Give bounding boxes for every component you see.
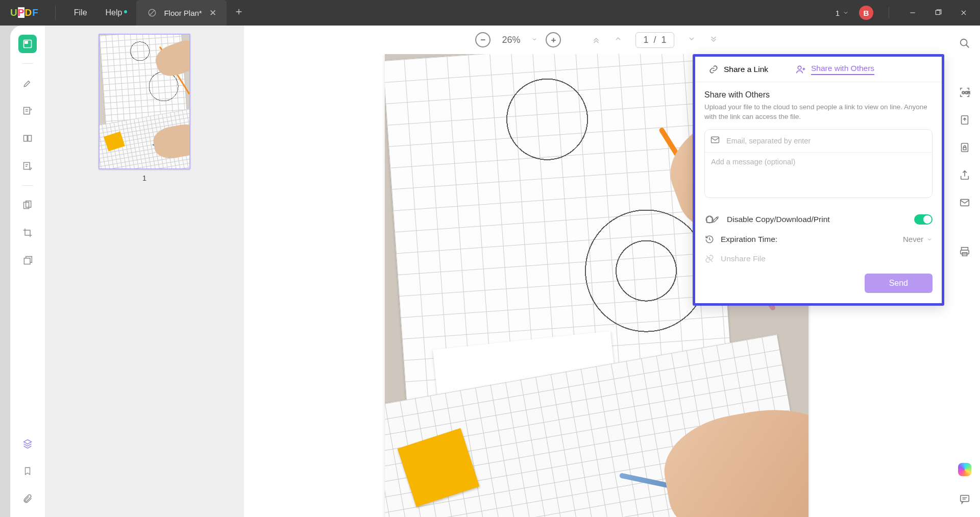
tool-reading[interactable] xyxy=(18,129,37,147)
unshare-option: Unshare File xyxy=(704,249,933,268)
tool-bookmark[interactable] xyxy=(18,462,37,480)
zoom-dropdown[interactable] xyxy=(531,35,537,45)
menu-help[interactable]: Help xyxy=(96,8,132,17)
share-panel: Share a Link Share with Others Share wit… xyxy=(693,54,944,306)
highlighter-icon xyxy=(22,78,33,88)
tab-title: Floor Plan* xyxy=(164,9,202,17)
thumbnails-icon xyxy=(22,39,33,49)
tool-layers[interactable] xyxy=(18,434,37,453)
share-tab-others[interactable]: Share with Others xyxy=(790,57,880,82)
svg-text:OCR: OCR xyxy=(962,90,970,95)
tool-crop[interactable] xyxy=(18,224,37,242)
share-email-input[interactable] xyxy=(725,136,927,145)
first-page-button[interactable] xyxy=(592,35,601,44)
svg-rect-18 xyxy=(961,496,969,502)
share-description: Upload your file to the cloud to send pe… xyxy=(704,103,933,122)
export-button[interactable] xyxy=(959,114,970,128)
window-maximize-button[interactable] xyxy=(927,3,949,23)
ocr-button[interactable]: OCR xyxy=(959,87,970,100)
expiration-option: Expiration Time: Never xyxy=(704,230,933,249)
search-button[interactable] xyxy=(959,38,970,51)
search-icon xyxy=(959,38,970,49)
total-pages: 1 xyxy=(662,35,667,45)
email-button[interactable] xyxy=(959,197,970,210)
comment-icon xyxy=(959,494,970,505)
app-body: 1 − 26% + 1 / xyxy=(10,26,980,517)
ocr-icon: OCR xyxy=(959,87,970,98)
share-title: Share with Others xyxy=(704,90,933,100)
share-message-input[interactable] xyxy=(705,153,932,195)
thumbnail-panel: 1 xyxy=(45,26,244,517)
svg-point-9 xyxy=(961,39,967,46)
no-preview-icon xyxy=(148,8,157,17)
link-icon xyxy=(708,64,719,75)
share-tab-link[interactable]: Share a Link xyxy=(702,57,774,82)
unshare-label: Unshare File xyxy=(721,254,766,263)
crop-icon xyxy=(22,228,33,238)
window-close-button[interactable] xyxy=(952,3,975,23)
window-minimize-button[interactable] xyxy=(901,3,924,23)
app-logo: UPDF xyxy=(10,7,39,18)
tool-thumbnails[interactable] xyxy=(18,35,37,53)
expiration-value: Never xyxy=(903,235,923,243)
expiration-dropdown[interactable]: Never xyxy=(903,235,933,243)
stack-icon xyxy=(22,255,33,265)
pages-icon xyxy=(22,200,33,210)
plus-icon: + xyxy=(551,36,556,44)
tool-text-annot[interactable] xyxy=(18,102,37,120)
text-annotation-icon xyxy=(22,106,33,116)
ai-icon xyxy=(958,463,971,476)
share-icon xyxy=(959,169,970,181)
expiration-label: Expiration Time: xyxy=(721,235,777,244)
prev-page-button[interactable] xyxy=(614,35,622,45)
current-page: 1 xyxy=(643,35,648,45)
tool-form[interactable] xyxy=(18,157,37,175)
disable-copy-toggle[interactable] xyxy=(914,214,933,225)
help-notification-dot xyxy=(124,10,127,13)
tool-organize[interactable] xyxy=(18,196,37,214)
tool-highlight[interactable] xyxy=(18,74,37,92)
separator xyxy=(22,63,33,64)
print-button[interactable] xyxy=(959,246,970,259)
open-windows-dropdown[interactable]: 1 xyxy=(831,7,853,19)
history-icon xyxy=(704,235,715,244)
tool-watermark[interactable] xyxy=(18,251,37,269)
share-tab-others-label: Share with Others xyxy=(811,64,874,75)
page-indicator[interactable]: 1 / 1 xyxy=(635,32,674,48)
svg-rect-13 xyxy=(963,147,966,150)
protect-button[interactable] xyxy=(959,142,970,155)
caret-down-icon xyxy=(531,36,537,42)
svg-point-19 xyxy=(798,66,801,69)
zoom-out-button[interactable]: − xyxy=(475,32,491,47)
minus-icon: − xyxy=(481,36,486,44)
share-tab-link-label: Share a Link xyxy=(724,65,768,74)
chevron-down-icon xyxy=(688,35,696,43)
tab-close-button[interactable]: ✕ xyxy=(209,8,216,18)
bookmark-icon xyxy=(23,466,32,476)
file-export-icon xyxy=(959,114,970,126)
page-separator: / xyxy=(653,35,656,45)
menu-file[interactable]: File xyxy=(65,8,96,17)
document-tab[interactable]: Floor Plan* ✕ xyxy=(136,0,226,26)
ai-assistant-button[interactable] xyxy=(958,463,971,476)
left-toolbar xyxy=(10,26,45,517)
document-toolbar: − 26% + 1 / 1 xyxy=(244,26,949,54)
person-add-icon xyxy=(796,64,806,75)
user-avatar[interactable]: B xyxy=(859,6,873,20)
last-page-button[interactable] xyxy=(709,35,718,44)
print-icon xyxy=(959,246,970,257)
tool-attachment[interactable] xyxy=(18,489,37,508)
open-windows-count: 1 xyxy=(836,9,840,17)
share-button[interactable] xyxy=(959,169,970,183)
next-page-button[interactable] xyxy=(688,35,696,45)
zoom-in-button[interactable]: + xyxy=(546,32,561,47)
layers-icon xyxy=(22,438,33,449)
page-thumbnail[interactable] xyxy=(99,34,190,169)
svg-rect-1 xyxy=(936,10,940,14)
thumbnail-page-number: 1 xyxy=(142,174,146,182)
comment-button[interactable] xyxy=(959,494,970,507)
titlebar: UPDF File Help Floor Plan* ✕ 1 B xyxy=(0,0,980,26)
paperclip-icon xyxy=(22,494,33,504)
send-button[interactable]: Send xyxy=(865,274,933,293)
new-tab-button[interactable] xyxy=(235,8,243,18)
